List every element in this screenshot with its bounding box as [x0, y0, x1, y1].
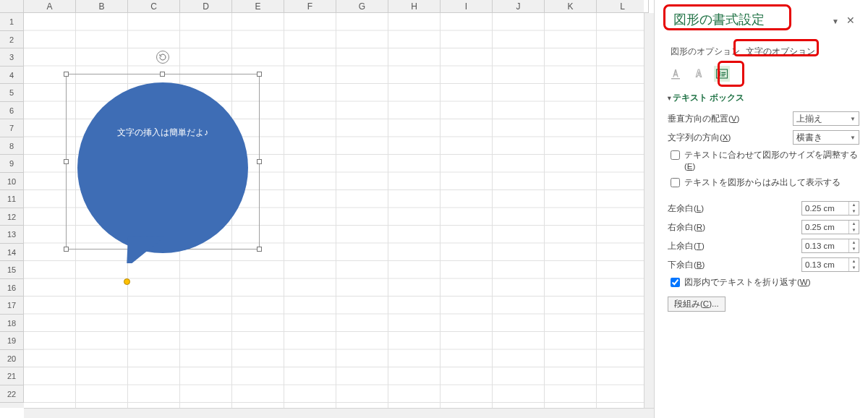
overflow-checkbox[interactable]: テキストを図形からはみ出して表示する [671, 176, 859, 188]
resize-handle-bl[interactable] [64, 247, 69, 252]
pane-title: 図形の書式設定 [668, 7, 770, 32]
text-effects-icon[interactable] [691, 66, 707, 82]
left-margin-spinner[interactable]: 0.25 cm▲▼ [801, 201, 859, 216]
column-headers: ABCDEFGHIJKL [24, 0, 644, 13]
speech-balloon[interactable]: 文字の挿入は簡単だよ♪ [70, 78, 255, 263]
row-header[interactable]: 16 [0, 279, 24, 297]
row-header[interactable]: 9 [0, 155, 24, 173]
top-margin-spinner[interactable]: 0.13 cm▲▼ [801, 239, 859, 253]
resize-handle-br[interactable] [257, 247, 262, 252]
row-header[interactable]: 20 [0, 350, 24, 368]
adjust-handle[interactable] [124, 278, 130, 285]
col-header[interactable]: C [128, 0, 180, 13]
option-tabs: 図形のオプション 文字のオプション [668, 43, 859, 60]
text-fill-outline-icon[interactable] [668, 66, 684, 82]
row-header[interactable]: 11 [0, 190, 24, 208]
col-header[interactable]: I [441, 0, 493, 13]
resize-handle-mr[interactable] [257, 159, 262, 164]
col-header[interactable]: K [545, 0, 597, 13]
col-header[interactable]: E [232, 0, 284, 13]
row-header[interactable]: 2 [0, 31, 24, 49]
row-header[interactable]: 19 [0, 332, 24, 350]
col-header[interactable]: G [336, 0, 388, 13]
row-header[interactable]: 3 [0, 48, 24, 67]
col-header[interactable]: F [284, 0, 336, 13]
row-header[interactable]: 14 [0, 244, 24, 262]
select-all-corner[interactable] [0, 0, 24, 13]
close-pane-button[interactable]: ✕ [846, 14, 855, 26]
row-header[interactable]: 10 [0, 173, 24, 191]
pane-menu-caret[interactable]: ▼ [832, 17, 839, 25]
rotate-handle[interactable] [156, 51, 169, 64]
row-header[interactable]: 18 [0, 315, 24, 333]
row-header[interactable]: 15 [0, 261, 24, 279]
row-headers: 12345678910111213141516171819202122 [0, 13, 24, 408]
columns-button[interactable]: 段組み(C)... [668, 297, 726, 312]
col-header[interactable]: L [597, 0, 649, 13]
resize-handle-ml[interactable] [64, 159, 69, 164]
right-margin-label: 右余白(R) [668, 222, 797, 233]
right-margin-spinner[interactable]: 0.25 cm▲▼ [801, 220, 859, 234]
callout-shape[interactable]: 文字の挿入は簡単だよ♪ [66, 61, 260, 249]
vertical-scrollbar[interactable] [644, 13, 654, 408]
resize-handle-tr[interactable] [257, 72, 262, 77]
left-margin-label: 左余白(L) [668, 203, 797, 214]
col-header[interactable]: H [388, 0, 441, 13]
row-header[interactable]: 4 [0, 67, 24, 85]
row-header[interactable]: 12 [0, 208, 24, 226]
row-header[interactable]: 13 [0, 226, 24, 244]
row-header[interactable]: 5 [0, 84, 24, 102]
bottom-margin-spinner[interactable]: 0.13 cm▲▼ [801, 257, 859, 272]
bottom-margin-label: 下余白(B) [668, 260, 797, 270]
top-margin-label: 上余白(T) [668, 241, 797, 252]
text-option-category-icons [668, 66, 859, 82]
row-header[interactable]: 17 [0, 297, 24, 315]
resize-handle-tl[interactable] [64, 72, 69, 77]
horizontal-scrollbar[interactable] [24, 408, 654, 418]
row-header[interactable]: 22 [0, 385, 24, 404]
text-direction-dropdown[interactable]: 横書き▼ [793, 130, 859, 145]
row-header[interactable]: 7 [0, 119, 24, 137]
col-header[interactable]: A [24, 0, 76, 13]
row-header[interactable]: 8 [0, 137, 24, 155]
textbox-icon[interactable] [714, 66, 730, 82]
format-shape-pane: 図形の書式設定 ▼ ✕ 図形のオプション 文字のオプション テキスト ボックス … [655, 0, 868, 418]
row-header[interactable]: 6 [0, 102, 24, 120]
resize-handle-tm[interactable] [160, 72, 165, 77]
vertical-align-dropdown[interactable]: 上揃え▼ [793, 111, 859, 126]
section-textbox[interactable]: テキスト ボックス [668, 92, 859, 104]
tab-shape-options[interactable]: 図形のオプション [668, 43, 743, 60]
text-direction-label: 文字列の方向(X) [668, 132, 788, 143]
wrap-checkbox[interactable]: 図形内でテキストを折り返す(W) [671, 276, 859, 288]
vertical-align-label: 垂直方向の配置(V) [668, 114, 788, 124]
svg-rect-1 [671, 78, 680, 80]
row-header[interactable]: 21 [0, 367, 24, 385]
tab-text-options[interactable]: 文字のオプション [743, 43, 818, 60]
col-header[interactable]: B [76, 0, 128, 13]
svg-point-0 [77, 82, 248, 253]
col-header[interactable]: D [180, 0, 232, 13]
autofit-checkbox[interactable]: テキストに合わせて図形のサイズを調整する(E) [671, 149, 859, 172]
shape-text[interactable]: 文字の挿入は簡単だよ♪ [117, 127, 208, 139]
spreadsheet-area: ABCDEFGHIJKL 123456789101112131415161718… [0, 0, 655, 418]
row-header[interactable]: 1 [0, 13, 24, 31]
col-header[interactable]: J [493, 0, 545, 13]
